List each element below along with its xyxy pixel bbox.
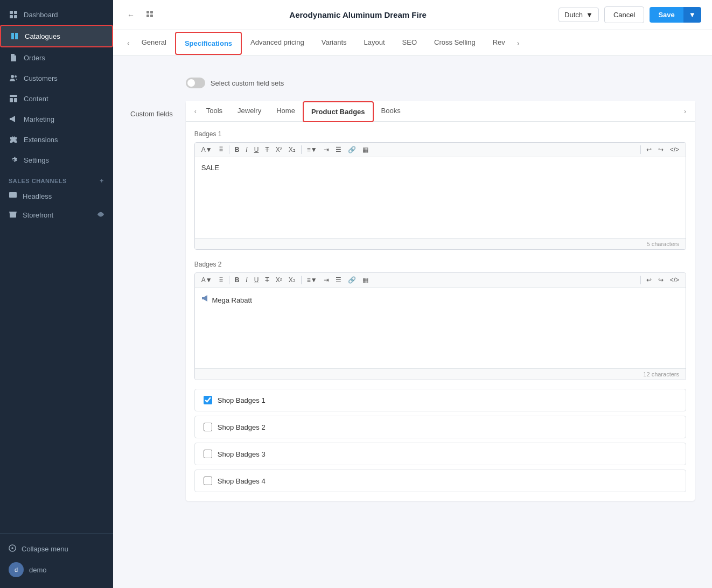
link-btn[interactable]: 🔗 [346, 145, 358, 155]
language-selector[interactable]: Dutch ▼ [559, 8, 599, 22]
inner-tab-jewelry[interactable]: Jewelry [230, 101, 269, 121]
sidebar-item-customers[interactable]: Customers [0, 68, 113, 88]
sidebar-item-catalogues[interactable]: Catalogues [0, 25, 113, 47]
badges1-editor[interactable]: A▼ ⠿ B I U T X² X₂ ≡▼ ⇥ ☰ [194, 142, 686, 250]
sidebar-item-marketing[interactable]: Marketing [0, 109, 113, 129]
tab-seo[interactable]: SEO [394, 32, 425, 54]
badges2-char-count: 12 characters [195, 368, 686, 380]
inner-tab-books[interactable]: Books [374, 101, 408, 121]
table-btn[interactable]: ▦ [360, 145, 371, 155]
topbar-actions: Dutch ▼ Cancel Save ▼ [559, 6, 701, 23]
tabs-next-button[interactable]: › [514, 37, 523, 50]
section-label: Custom fields [130, 110, 173, 118]
italic-btn[interactable]: I [243, 145, 249, 155]
badges1-content[interactable]: SALE [195, 157, 686, 238]
tab-advanced-pricing[interactable]: Advanced pricing [242, 32, 313, 54]
tab-general[interactable]: General [133, 32, 175, 54]
align-btn[interactable]: ≡▼ [305, 145, 319, 155]
link-btn2[interactable]: 🔗 [346, 275, 358, 285]
language-value: Dutch [564, 11, 583, 19]
bold-btn[interactable]: B [233, 145, 242, 155]
tab-variants[interactable]: Variants [313, 32, 355, 54]
eye-icon[interactable] [97, 211, 104, 220]
collapse-menu-button[interactable]: Collapse menu [9, 540, 104, 558]
source-btn2[interactable]: </> [668, 275, 681, 285]
italic-btn2[interactable]: I [243, 275, 249, 285]
svg-point-4 [11, 75, 14, 78]
superscript-btn2[interactable]: X² [274, 275, 284, 285]
drag-btn2[interactable]: ⠿ [217, 275, 226, 285]
tab-rev[interactable]: Rev [484, 32, 514, 54]
drag-btn[interactable]: ⠿ [217, 145, 226, 155]
sidebar-channel-headless[interactable]: Headless [0, 187, 113, 206]
svg-rect-16 [146, 15, 149, 17]
tab-specifications[interactable]: Specifications [175, 32, 242, 55]
megaphone-icon [9, 114, 18, 124]
undo-btn[interactable]: ↩ [644, 145, 654, 155]
svg-rect-2 [10, 15, 13, 18]
custom-fields-toggle[interactable] [186, 78, 205, 88]
add-channel-icon[interactable]: ＋ [99, 177, 105, 185]
shop-badges-3-checkbox[interactable] [204, 450, 212, 458]
sidebar-item-settings[interactable]: Settings [0, 150, 113, 170]
list-btn[interactable]: ☰ [333, 145, 344, 155]
topbar: ← Aerodynamic Aluminum Dream Fire Dutch … [113, 0, 712, 30]
inner-tabs-prev[interactable]: ‹ [192, 106, 199, 117]
indent-btn[interactable]: ⇥ [322, 145, 331, 155]
shop-badges-3-row[interactable]: Shop Badges 3 [194, 443, 686, 465]
shop-badges-1-checkbox[interactable] [204, 396, 212, 404]
inner-tab-tools[interactable]: Tools [199, 101, 230, 121]
svg-rect-3 [14, 15, 17, 18]
superscript-btn[interactable]: X² [274, 145, 284, 155]
shop-badges-4-checkbox[interactable] [204, 477, 212, 485]
subscript-btn[interactable]: X₂ [287, 145, 298, 155]
font-btn[interactable]: A▼ [199, 145, 214, 155]
shop-badges-1-row[interactable]: Shop Badges 1 [194, 389, 686, 411]
inner-tabs-next[interactable]: › [682, 106, 688, 117]
underline-btn2[interactable]: U [252, 275, 261, 285]
table-btn2[interactable]: ▦ [360, 275, 371, 285]
indent-btn2[interactable]: ⇥ [322, 275, 331, 285]
svg-rect-9 [9, 192, 17, 198]
sidebar-item-dashboard[interactable]: Dashboard [0, 4, 113, 25]
svg-rect-1 [14, 11, 17, 14]
shop-badges-2-checkbox[interactable] [204, 423, 212, 431]
inner-tab-home[interactable]: Home [269, 101, 303, 121]
channel-label: Storefront [23, 211, 53, 219]
strikethrough-btn[interactable]: T [263, 145, 271, 155]
sidebar-item-content[interactable]: Content [0, 88, 113, 109]
subscript-btn2[interactable]: X₂ [287, 275, 298, 285]
badges2-content[interactable]: Mega Rabatt [195, 288, 686, 368]
bold-btn2[interactable]: B [233, 275, 242, 285]
redo-btn[interactable]: ↪ [656, 145, 666, 155]
channel-label: Headless [23, 192, 52, 200]
font-btn2[interactable]: A▼ [199, 275, 214, 285]
tab-layout[interactable]: Layout [355, 32, 394, 54]
list-btn2[interactable]: ☰ [333, 275, 344, 285]
undo-btn2[interactable]: ↩ [644, 275, 654, 285]
source-btn[interactable]: </> [668, 145, 681, 155]
svg-rect-17 [150, 15, 153, 17]
inner-tab-product-badges[interactable]: Product Badges [303, 101, 374, 122]
redo-btn2[interactable]: ↪ [656, 275, 666, 285]
strikethrough-btn2[interactable]: T [263, 275, 271, 285]
save-button-group: Save ▼ [650, 7, 701, 23]
save-button[interactable]: Save [650, 7, 683, 23]
forward-button[interactable] [142, 8, 157, 22]
svg-rect-7 [10, 98, 13, 102]
cancel-button[interactable]: Cancel [604, 6, 644, 23]
underline-btn[interactable]: U [252, 145, 261, 155]
tabs-prev-button[interactable]: ‹ [124, 37, 133, 50]
align-btn2[interactable]: ≡▼ [305, 275, 319, 285]
shop-badges-2-row[interactable]: Shop Badges 2 [194, 416, 686, 438]
user-name: demo [29, 566, 47, 574]
back-button[interactable]: ← [124, 9, 138, 22]
sidebar-item-orders[interactable]: Orders [0, 47, 113, 68]
badges2-editor[interactable]: A▼ ⠿ B I U T X² X₂ ≡▼ ⇥ ☰ [194, 272, 686, 380]
sidebar-channel-storefront[interactable]: Storefront [0, 206, 113, 225]
save-dropdown-button[interactable]: ▼ [683, 7, 701, 23]
sidebar-user: d demo [9, 558, 104, 582]
tab-cross-selling[interactable]: Cross Selling [425, 32, 484, 54]
shop-badges-4-row[interactable]: Shop Badges 4 [194, 470, 686, 492]
sidebar-item-extensions[interactable]: Extensions [0, 129, 113, 150]
